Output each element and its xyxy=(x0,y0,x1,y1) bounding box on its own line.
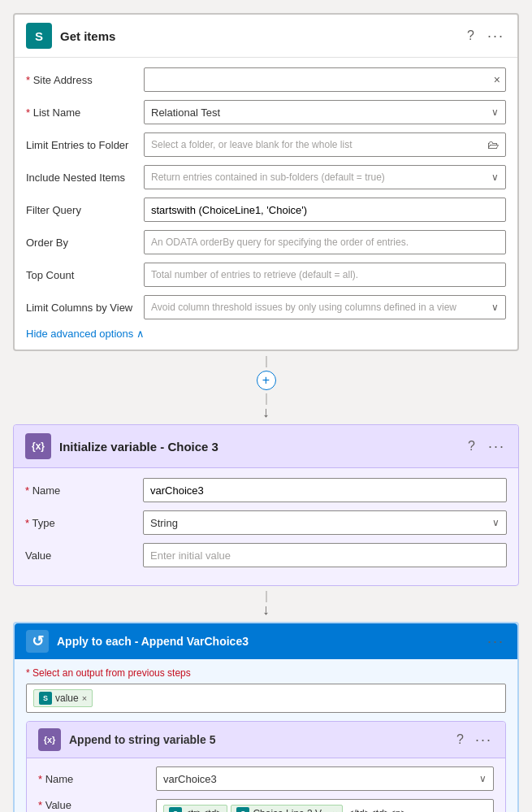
top-count-control: Total number of entries to retrieve (def… xyxy=(144,263,506,287)
append-name-chevron-icon: ∨ xyxy=(479,773,487,784)
include-nested-value: Return entries contained in sub-folders … xyxy=(151,172,385,183)
include-nested-control: Return entries contained in sub-folders … xyxy=(144,165,506,189)
var-value-placeholder: Enter initial value xyxy=(150,549,231,562)
append-string-card: {x} Append to string variable 5 ? ··· Na… xyxy=(26,721,506,812)
token-choice-line: S Choice Line 3 V... × xyxy=(231,805,343,812)
var-type-select[interactable]: String ∨ xyxy=(143,510,507,535)
list-name-label: List Name xyxy=(26,106,144,119)
append-value-row: Value S <tr><td> S Choice Line 3 V... xyxy=(38,799,494,812)
filter-query-control xyxy=(144,198,506,222)
append-value-tokens-box[interactable]: S <tr><td> S Choice Line 3 V... × </td><… xyxy=(156,799,494,812)
init-variable-title: Initialize variable - Choice 3 xyxy=(59,440,466,454)
top-count-label: Top Count xyxy=(26,269,144,281)
var-name-label: Name xyxy=(25,484,143,497)
include-nested-chevron-icon: ∨ xyxy=(491,172,499,183)
get-items-help-button[interactable]: ? xyxy=(465,27,476,45)
var-name-input[interactable] xyxy=(150,484,500,497)
var-value-input[interactable]: Enter initial value xyxy=(143,543,507,567)
value-token: S value × xyxy=(33,689,93,707)
site-address-input[interactable] xyxy=(151,74,499,86)
append-name-control: varChoice3 ∨ xyxy=(156,766,494,791)
token-choice-line-label: Choice Line 3 V... xyxy=(253,808,329,812)
apply-each-header: ↺ Apply to each - Append VarChoice3 ··· xyxy=(15,623,517,659)
filter-query-label: Filter Query xyxy=(26,204,144,216)
append-string-help-button[interactable]: ? xyxy=(455,731,465,749)
site-address-input-box[interactable]: × xyxy=(144,67,506,92)
var-value-control: Enter initial value xyxy=(143,543,507,567)
chevron-up-icon: ∧ xyxy=(136,328,145,340)
folder-icon: 🗁 xyxy=(487,138,499,151)
apply-each-card: ↺ Apply to each - Append VarChoice3 ··· … xyxy=(13,622,519,812)
var-type-chevron-icon: ∨ xyxy=(492,517,500,528)
top-count-input[interactable]: Total number of entries to retrieve (def… xyxy=(144,263,506,287)
order-by-label: Order By xyxy=(26,237,144,249)
get-items-actions: ? ··· xyxy=(465,26,506,46)
list-name-select[interactable]: Relational Test ∨ xyxy=(144,100,506,124)
limit-columns-row: Limit Columns by View Avoid column thres… xyxy=(26,295,506,319)
filter-query-row: Filter Query xyxy=(26,198,506,222)
list-name-chevron-icon: ∨ xyxy=(491,106,499,118)
question-icon: ? xyxy=(467,28,474,43)
connector-2: ↓ xyxy=(13,586,519,622)
order-by-control: An ODATA orderBy query for specifying th… xyxy=(144,230,506,254)
apply-each-body: Select an output from previous steps S v… xyxy=(15,659,517,812)
init-variable-more-button[interactable]: ··· xyxy=(487,436,507,457)
token-choice-line-close[interactable]: × xyxy=(332,809,337,812)
var-name-control xyxy=(143,478,507,502)
select-output-tokens-box[interactable]: S value × xyxy=(26,684,506,713)
limit-columns-control: Avoid column threshold issues by only us… xyxy=(144,295,506,319)
init-variable-actions: ? ··· xyxy=(466,436,507,457)
limit-columns-select[interactable]: Avoid column threshold issues by only us… xyxy=(144,295,506,319)
init-variable-header: {x} Initialize variable - Choice 3 ? ··· xyxy=(14,425,518,468)
append-value-label: Value xyxy=(38,799,156,811)
limit-folder-label: Limit Entries to Folder xyxy=(26,139,144,151)
add-step-button-1[interactable]: + xyxy=(257,371,276,390)
site-address-clear-icon[interactable]: × xyxy=(494,73,500,86)
init-variable-help-button[interactable]: ? xyxy=(466,437,477,455)
var-type-value: String xyxy=(150,517,178,529)
append-string-more-button[interactable]: ··· xyxy=(474,730,494,750)
ellipsis-icon-3: ··· xyxy=(487,633,504,650)
site-address-control: × xyxy=(144,67,506,92)
var-type-row: Type String ∨ xyxy=(25,510,507,535)
apply-each-more-button[interactable]: ··· xyxy=(486,632,506,652)
hide-advanced-button[interactable]: Hide advanced options ∧ xyxy=(26,328,145,340)
arrow-down-icon-2: ↓ xyxy=(262,602,270,617)
filter-query-input[interactable] xyxy=(151,204,499,216)
token-tr-td-label: <tr><td> xyxy=(185,808,222,812)
hide-advanced-label: Hide advanced options xyxy=(26,328,133,340)
include-nested-label: Include Nested Items xyxy=(26,172,144,184)
limit-folder-row: Limit Entries to Folder Select a folder,… xyxy=(26,132,506,157)
connector-line-2 xyxy=(266,393,267,405)
append-name-label: Name xyxy=(38,773,156,785)
var-name-input-box[interactable] xyxy=(143,478,507,502)
var-value-label: Value xyxy=(25,549,143,562)
append-string-body: Name varChoice3 ∨ Value xyxy=(27,758,505,812)
site-address-label: Site Address xyxy=(26,74,144,86)
list-name-row: List Name Relational Test ∨ xyxy=(26,100,506,124)
include-nested-select[interactable]: Return entries contained in sub-folders … xyxy=(144,165,506,189)
value-token-close[interactable]: × xyxy=(82,693,87,703)
ellipsis-icon-2: ··· xyxy=(488,438,505,455)
var-value-row: Value Enter initial value xyxy=(25,543,507,567)
limit-folder-input[interactable]: Select a folder, or leave blank for the … xyxy=(144,132,506,157)
get-items-header: S Get items ? ··· xyxy=(15,15,517,58)
filter-query-input-box[interactable] xyxy=(144,198,506,222)
get-items-body: Site Address × List Name Relational Test… xyxy=(15,58,517,350)
get-items-card: S Get items ? ··· Site Address × List N xyxy=(13,13,519,351)
order-by-input[interactable]: An ODATA orderBy query for specifying th… xyxy=(144,230,506,254)
append-string-header: {x} Append to string variable 5 ? ··· xyxy=(27,722,505,758)
include-nested-row: Include Nested Items Return entries cont… xyxy=(26,165,506,189)
limit-columns-value: Avoid column threshold issues by only us… xyxy=(151,302,456,313)
top-count-row: Top Count Total number of entries to ret… xyxy=(26,263,506,287)
select-output-label: Select an output from previous steps xyxy=(26,667,506,679)
append-value-control: S <tr><td> S Choice Line 3 V... × </td><… xyxy=(156,799,494,812)
token-tr-td: S <tr><td> xyxy=(163,805,227,812)
get-items-more-button[interactable]: ··· xyxy=(486,26,506,46)
question-icon-2: ? xyxy=(468,439,475,454)
append-name-select[interactable]: varChoice3 ∨ xyxy=(156,766,494,791)
list-name-control: Relational Test ∨ xyxy=(144,100,506,124)
var-name-row: Name xyxy=(25,478,507,502)
get-items-title: Get items xyxy=(60,29,465,43)
limit-columns-chevron-icon: ∨ xyxy=(491,302,499,313)
